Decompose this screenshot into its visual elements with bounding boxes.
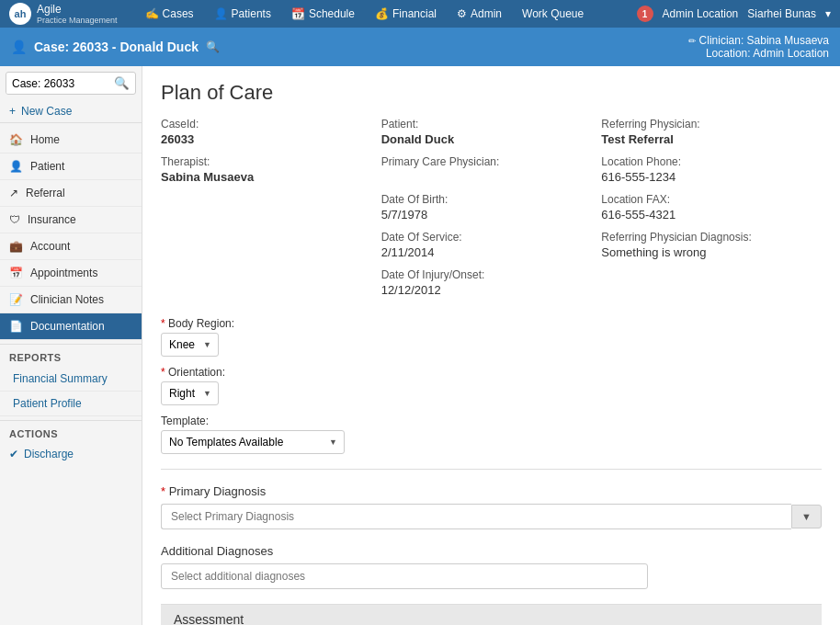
appointments-icon: 📅: [9, 267, 23, 279]
sidebar-item-documentation[interactable]: 📄 Documentation: [0, 313, 142, 340]
additional-diagnoses-section: Additional Diagnoses: [161, 544, 822, 589]
template-select-wrapper: No Templates Available: [161, 430, 345, 454]
admin-icon: ⚙: [457, 7, 467, 20]
financial-icon: 💰: [375, 7, 389, 20]
doi-label: Date Of Injury/Onset:: [381, 268, 602, 281]
primary-care-value: [381, 170, 602, 184]
patient-info-grid: CaseId: 26033 Therapist: Sabina Musaeva …: [161, 118, 822, 306]
actions-section-label: Actions: [0, 420, 142, 443]
insurance-icon: 🛡: [9, 213, 20, 226]
case-bar: 👤 Case: 26033 - Donald Duck 🔍 ✏ Clinicia…: [0, 28, 840, 66]
section-divider-1: [161, 469, 822, 470]
referring-dx-label: Referring Physician Diagnosis:: [601, 231, 822, 244]
dob-label: Date Of Birth:: [381, 193, 602, 206]
clinician-edit-icon: ✏: [688, 36, 696, 46]
sidebar-item-insurance[interactable]: 🛡 Insurance: [0, 207, 142, 233]
location-phone-value: 616-555-1234: [601, 170, 822, 184]
user-menu-chevron[interactable]: ▾: [825, 7, 831, 20]
sidebar-nav: 🏠 Home 👤 Patient ↗ Referral 🛡 Insurance …: [0, 127, 142, 340]
app-logo: ah Agile Practice Management: [9, 3, 118, 25]
nav-financial[interactable]: 💰 Financial: [366, 0, 446, 28]
info-col-3: Referring Physician: Test Referral Locat…: [601, 118, 822, 306]
primary-diagnosis-row: ▼: [161, 504, 822, 529]
info-col-1: CaseId: 26033 Therapist: Sabina Musaeva: [161, 118, 381, 306]
sidebar-item-patient[interactable]: 👤 Patient: [0, 153, 142, 180]
admin-badge: 1: [637, 6, 653, 22]
doi-value: 12/12/2012: [381, 283, 602, 297]
sidebar-item-clinician-notes[interactable]: 📝 Clinician Notes: [0, 287, 142, 313]
top-nav-right: 1 Admin Location Siarhei Bunas ▾: [637, 6, 831, 22]
case-search-button[interactable]: 🔍: [108, 73, 135, 94]
patients-icon: 👤: [214, 7, 228, 20]
orientation-select-wrapper: Right: [161, 381, 219, 405]
sidebar-item-referral[interactable]: ↗ Referral: [0, 180, 142, 207]
therapist-label: Therapist:: [161, 155, 381, 168]
referring-dx-value: Something is wrong: [601, 245, 822, 259]
referring-physician-label: Referring Physician:: [601, 118, 822, 131]
discharge-button[interactable]: ✔ Discharge: [0, 443, 142, 465]
template-group: Template: No Templates Available: [161, 415, 822, 454]
sidebar-item-home[interactable]: 🏠 Home: [0, 127, 142, 153]
additional-diagnoses-input[interactable]: [161, 563, 648, 589]
patient-value: Donald Duck: [381, 132, 602, 146]
primary-diagnosis-section: * Primary Diagnosis ▼: [161, 484, 822, 529]
form-section: Body Region: Knee Orientation: Right Tem…: [161, 317, 822, 454]
case-search-icon[interactable]: 🔍: [206, 40, 220, 53]
notes-icon: 📝: [9, 293, 23, 306]
primary-diagnosis-input[interactable]: [161, 504, 791, 529]
body-region-select[interactable]: Knee: [161, 333, 219, 357]
nav-patients[interactable]: 👤 Patients: [205, 0, 280, 28]
nav-admin[interactable]: ⚙ Admin: [448, 0, 511, 28]
top-navigation: ah Agile Practice Management ✍ Cases 👤 P…: [0, 0, 840, 28]
sidebar-item-appointments[interactable]: 📅 Appointments: [0, 260, 142, 287]
user-name[interactable]: Siarhei Bunas: [747, 7, 816, 20]
orientation-group: Orientation: Right: [161, 366, 822, 405]
page-title: Plan of Care: [161, 81, 822, 105]
referral-icon: ↗: [9, 187, 18, 199]
case-search-input[interactable]: [6, 74, 108, 94]
dos-value: 2/11/2014: [381, 245, 602, 259]
body-region-group: Body Region: Knee: [161, 317, 822, 357]
sidebar: 🔍 + New Case 🏠 Home 👤 Patient ↗ Referral…: [0, 66, 142, 625]
primary-care-label: Primary Care Physician:: [381, 155, 602, 168]
template-select[interactable]: No Templates Available: [161, 430, 345, 454]
clinician-info: ✏ Clinician: Sabina Musaeva Location: Ad…: [688, 34, 829, 60]
top-nav-links: ✍ Cases 👤 Patients 📆 Schedule 💰 Financia…: [136, 0, 637, 28]
main-layout: 🔍 + New Case 🏠 Home 👤 Patient ↗ Referral…: [0, 66, 840, 625]
home-icon: 🏠: [9, 133, 23, 146]
primary-diagnosis-dropdown-button[interactable]: ▼: [791, 505, 822, 528]
therapist-value: Sabina Musaeva: [161, 170, 381, 184]
sidebar-item-financial-summary[interactable]: Financial Summary: [0, 367, 142, 392]
assessment-header: Assessment: [161, 604, 822, 625]
orientation-label: Orientation:: [161, 366, 822, 379]
main-content: Plan of Care CaseId: 26033 Therapist: Sa…: [142, 66, 840, 625]
plus-icon: +: [9, 105, 16, 118]
referring-physician-value: Test Referral: [601, 132, 822, 146]
patient-icon: 👤: [9, 160, 23, 173]
dos-label: Date Of Service:: [381, 231, 602, 244]
template-label: Template:: [161, 415, 822, 427]
discharge-icon: ✔: [9, 448, 18, 460]
nav-cases[interactable]: ✍ Cases: [136, 0, 203, 28]
primary-diagnosis-label: * Primary Diagnosis: [161, 484, 822, 498]
location-fax-value: 616-555-4321: [601, 208, 822, 222]
case-title: 👤 Case: 26033 - Donald Duck 🔍: [11, 40, 220, 54]
sidebar-item-account[interactable]: 💼 Account: [0, 233, 142, 260]
cases-icon: ✍: [145, 7, 159, 20]
admin-location[interactable]: Admin Location: [663, 7, 739, 20]
case-search-bar[interactable]: 🔍: [6, 72, 136, 95]
doc-icon: 📄: [9, 320, 23, 333]
new-case-button[interactable]: + New Case: [0, 100, 142, 123]
account-icon: 💼: [9, 240, 23, 253]
caseid-label: CaseId:: [161, 118, 381, 131]
location-phone-label: Location Phone:: [601, 155, 822, 168]
logo-text: Agile Practice Management: [37, 3, 118, 25]
nav-schedule[interactable]: 📆 Schedule: [282, 0, 364, 28]
nav-workqueue[interactable]: Work Queue: [513, 0, 593, 28]
case-user-icon: 👤: [11, 40, 27, 54]
sidebar-item-patient-profile[interactable]: Patient Profile: [0, 392, 142, 416]
orientation-select[interactable]: Right: [161, 381, 219, 405]
schedule-icon: 📆: [291, 7, 305, 20]
body-region-label: Body Region:: [161, 317, 822, 330]
logo-icon: ah: [9, 3, 31, 25]
